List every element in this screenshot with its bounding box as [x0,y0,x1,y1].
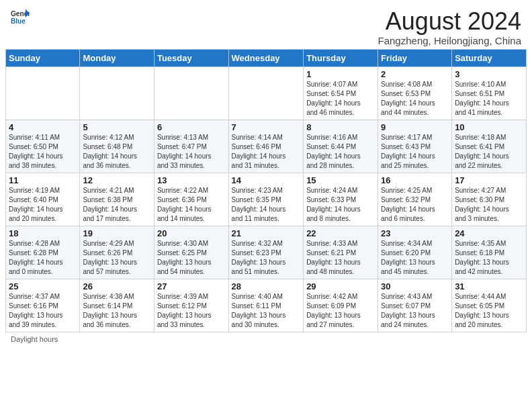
day-number: 3 [455,69,523,79]
day-number: 10 [455,122,523,132]
calendar-cell: 10Sunrise: 4:18 AM Sunset: 6:41 PM Dayli… [452,120,527,173]
calendar-cell: 3Sunrise: 4:10 AM Sunset: 6:51 PM Daylig… [452,66,527,120]
calendar-cell: 18Sunrise: 4:28 AM Sunset: 6:28 PM Dayli… [6,226,80,279]
day-info: Sunrise: 4:13 AM Sunset: 6:47 PM Dayligh… [157,133,226,171]
day-number: 4 [9,122,77,132]
day-number: 30 [381,281,449,291]
day-number: 22 [306,228,375,238]
day-number: 2 [381,69,449,79]
day-info: Sunrise: 4:25 AM Sunset: 6:32 PM Dayligh… [381,186,449,224]
day-number: 27 [157,281,226,291]
calendar-cell: 4Sunrise: 4:11 AM Sunset: 6:50 PM Daylig… [6,120,80,173]
calendar-cell: 6Sunrise: 4:13 AM Sunset: 6:47 PM Daylig… [154,120,228,173]
day-info: Sunrise: 4:27 AM Sunset: 6:30 PM Dayligh… [455,186,523,224]
day-info: Sunrise: 4:38 AM Sunset: 6:14 PM Dayligh… [83,292,151,330]
day-info: Sunrise: 4:32 AM Sunset: 6:23 PM Dayligh… [232,239,301,277]
calendar-cell [228,66,304,120]
header-thursday: Thursday [304,49,378,66]
logo-icon: General Blue [11,8,30,27]
header-monday: Monday [80,49,154,66]
day-info: Sunrise: 4:18 AM Sunset: 6:41 PM Dayligh… [455,133,523,171]
day-info: Sunrise: 4:29 AM Sunset: 6:26 PM Dayligh… [83,239,151,277]
location-subtitle: Fangzheng, Heilongjiang, China [378,35,521,46]
week-row-4: 18Sunrise: 4:28 AM Sunset: 6:28 PM Dayli… [6,226,527,279]
day-number: 8 [306,122,375,132]
day-info: Sunrise: 4:16 AM Sunset: 6:44 PM Dayligh… [306,133,375,171]
day-number: 17 [455,175,523,185]
day-number: 31 [455,281,523,291]
day-info: Sunrise: 4:44 AM Sunset: 6:05 PM Dayligh… [455,292,523,330]
calendar-cell: 20Sunrise: 4:30 AM Sunset: 6:25 PM Dayli… [154,226,228,279]
calendar-cell: 7Sunrise: 4:14 AM Sunset: 6:46 PM Daylig… [228,120,304,173]
day-number: 18 [9,228,77,238]
calendar-cell: 16Sunrise: 4:25 AM Sunset: 6:32 PM Dayli… [378,173,452,226]
day-info: Sunrise: 4:23 AM Sunset: 6:35 PM Dayligh… [232,186,301,224]
week-row-1: 1Sunrise: 4:07 AM Sunset: 6:54 PM Daylig… [6,66,527,120]
day-number: 9 [381,122,449,132]
header-wednesday: Wednesday [228,49,304,66]
day-info: Sunrise: 4:40 AM Sunset: 6:11 PM Dayligh… [232,292,301,330]
calendar-cell: 31Sunrise: 4:44 AM Sunset: 6:05 PM Dayli… [452,279,527,332]
calendar-cell: 2Sunrise: 4:08 AM Sunset: 6:53 PM Daylig… [378,66,452,120]
day-info: Sunrise: 4:08 AM Sunset: 6:53 PM Dayligh… [381,80,449,118]
calendar-cell: 8Sunrise: 4:16 AM Sunset: 6:44 PM Daylig… [304,120,378,173]
calendar-cell [6,66,80,120]
day-info: Sunrise: 4:10 AM Sunset: 6:51 PM Dayligh… [455,80,523,118]
header-friday: Friday [378,49,452,66]
header: General Blue August 2024 Fangzheng, Heil… [0,0,532,49]
day-number: 12 [83,175,151,185]
day-info: Sunrise: 4:28 AM Sunset: 6:28 PM Dayligh… [9,239,77,277]
day-number: 1 [306,69,375,79]
day-info: Sunrise: 4:42 AM Sunset: 6:09 PM Dayligh… [306,292,375,330]
day-info: Sunrise: 4:07 AM Sunset: 6:54 PM Dayligh… [306,80,375,118]
day-info: Sunrise: 4:35 AM Sunset: 6:18 PM Dayligh… [455,239,523,277]
calendar-cell: 5Sunrise: 4:12 AM Sunset: 6:48 PM Daylig… [80,120,154,173]
calendar-cell: 14Sunrise: 4:23 AM Sunset: 6:35 PM Dayli… [228,173,304,226]
day-info: Sunrise: 4:33 AM Sunset: 6:21 PM Dayligh… [306,239,375,277]
day-info: Sunrise: 4:34 AM Sunset: 6:20 PM Dayligh… [381,239,449,277]
calendar-cell: 30Sunrise: 4:43 AM Sunset: 6:07 PM Dayli… [378,279,452,332]
day-number: 19 [83,228,151,238]
week-row-2: 4Sunrise: 4:11 AM Sunset: 6:50 PM Daylig… [6,120,527,173]
day-info: Sunrise: 4:37 AM Sunset: 6:16 PM Dayligh… [9,292,77,330]
calendar-cell: 11Sunrise: 4:19 AM Sunset: 6:40 PM Dayli… [6,173,80,226]
calendar-cell [154,66,228,120]
calendar-cell: 19Sunrise: 4:29 AM Sunset: 6:26 PM Dayli… [80,226,154,279]
day-number: 11 [9,175,77,185]
day-number: 7 [232,122,301,132]
day-number: 28 [232,281,301,291]
day-number: 21 [232,228,301,238]
weekday-header-row: Sunday Monday Tuesday Wednesday Thursday… [6,49,527,66]
day-info: Sunrise: 4:12 AM Sunset: 6:48 PM Dayligh… [83,133,151,171]
day-number: 6 [157,122,226,132]
day-info: Sunrise: 4:14 AM Sunset: 6:46 PM Dayligh… [232,133,301,171]
day-info: Sunrise: 4:43 AM Sunset: 6:07 PM Dayligh… [381,292,449,330]
title-block: August 2024 Fangzheng, Heilongjiang, Chi… [378,8,521,46]
calendar-cell: 21Sunrise: 4:32 AM Sunset: 6:23 PM Dayli… [228,226,304,279]
header-saturday: Saturday [452,49,527,66]
day-number: 13 [157,175,226,185]
footer: Daylight hours [0,332,532,346]
calendar-cell: 25Sunrise: 4:37 AM Sunset: 6:16 PM Dayli… [6,279,80,332]
day-number: 24 [455,228,523,238]
calendar-cell: 29Sunrise: 4:42 AM Sunset: 6:09 PM Dayli… [304,279,378,332]
week-row-3: 11Sunrise: 4:19 AM Sunset: 6:40 PM Dayli… [6,173,527,226]
calendar-cell: 15Sunrise: 4:24 AM Sunset: 6:33 PM Dayli… [304,173,378,226]
day-number: 14 [232,175,301,185]
calendar-table: Sunday Monday Tuesday Wednesday Thursday… [5,49,527,332]
day-info: Sunrise: 4:21 AM Sunset: 6:38 PM Dayligh… [83,186,151,224]
calendar-cell: 17Sunrise: 4:27 AM Sunset: 6:30 PM Dayli… [452,173,527,226]
day-info: Sunrise: 4:19 AM Sunset: 6:40 PM Dayligh… [9,186,77,224]
day-info: Sunrise: 4:17 AM Sunset: 6:43 PM Dayligh… [381,133,449,171]
calendar-cell: 12Sunrise: 4:21 AM Sunset: 6:38 PM Dayli… [80,173,154,226]
day-number: 5 [83,122,151,132]
day-number: 26 [83,281,151,291]
calendar-cell: 9Sunrise: 4:17 AM Sunset: 6:43 PM Daylig… [378,120,452,173]
week-row-5: 25Sunrise: 4:37 AM Sunset: 6:16 PM Dayli… [6,279,527,332]
calendar-cell: 28Sunrise: 4:40 AM Sunset: 6:11 PM Dayli… [228,279,304,332]
calendar-wrapper: Sunday Monday Tuesday Wednesday Thursday… [0,49,532,332]
svg-text:Blue: Blue [11,17,26,25]
day-number: 23 [381,228,449,238]
day-number: 25 [9,281,77,291]
calendar-cell: 24Sunrise: 4:35 AM Sunset: 6:18 PM Dayli… [452,226,527,279]
